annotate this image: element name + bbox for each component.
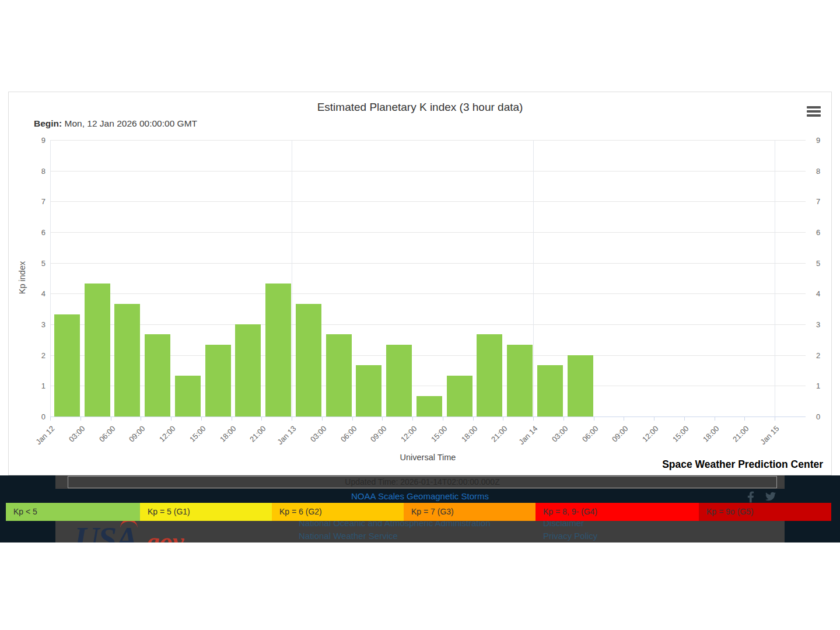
hamburger-bar <box>807 106 821 108</box>
x-axis-tick <box>503 417 503 421</box>
x-axis-tick <box>201 417 202 421</box>
x-axis-tick <box>382 417 383 421</box>
x-axis-line <box>50 416 806 417</box>
kp-bar <box>114 304 140 416</box>
y-axis-title: Kp index <box>18 139 27 416</box>
y-axis-label-right: 7 <box>816 198 820 205</box>
chart-title: Estimated Planetary K index (3 hour data… <box>9 101 831 114</box>
hamburger-bar <box>807 114 821 117</box>
y-axis-label-left: 2 <box>22 352 46 359</box>
hamburger-bar <box>807 110 821 113</box>
kp-bar <box>175 376 201 416</box>
day-gridline <box>50 140 51 416</box>
kp-bar <box>265 284 291 416</box>
begin-value: Mon, 12 Jan 2026 00:00:00 GMT <box>65 118 197 128</box>
kp-bar <box>568 355 593 416</box>
x-axis-tick <box>352 417 353 421</box>
x-axis-tick <box>50 417 51 421</box>
y-axis-label-left: 9 <box>22 136 46 144</box>
x-axis-tick <box>141 417 141 421</box>
y-axis-label-right: 1 <box>816 382 820 390</box>
noaa-scales-link[interactable]: NOAA Scales Geomagnetic Storms <box>351 491 489 501</box>
usa-gov-logo-gov: .gov <box>141 527 184 542</box>
y-axis-label-right: 2 <box>816 352 820 359</box>
footer-link-privacy[interactable]: Privacy Policy <box>543 531 597 541</box>
usa-gov-logo[interactable]: USA.gov <box>75 522 184 542</box>
y-axis-label-left: 0 <box>22 413 46 421</box>
kp-bar <box>326 334 352 416</box>
kp-bar <box>235 324 261 416</box>
updated-time: Updated Time: 2026-01-14T02:00:00.000Z <box>68 476 777 488</box>
kp-bar <box>537 365 563 416</box>
y-axis-label-right: 3 <box>816 321 820 328</box>
kp-legend-segment: Kp = 5 (G1) <box>140 503 272 521</box>
kp-bar <box>477 334 502 416</box>
kp-bar <box>356 365 382 416</box>
y-gridline <box>50 293 806 294</box>
y-axis-label-left: 8 <box>22 167 46 175</box>
x-axis-tick <box>564 417 564 421</box>
x-axis-tick <box>684 417 685 421</box>
x-axis-tick <box>322 417 323 421</box>
y-axis-label-right: 6 <box>816 229 820 236</box>
plot-area: 00112233445566778899Jan 1203:0006:0009:0… <box>50 140 806 416</box>
y-gridline <box>50 324 806 325</box>
kp-index-chart-panel: Estimated Planetary K index (3 hour data… <box>8 92 832 475</box>
x-axis-tick <box>775 417 775 421</box>
x-axis-tick <box>232 417 232 421</box>
x-axis-tick <box>171 417 172 421</box>
x-axis-tick <box>111 417 111 421</box>
x-axis-tick <box>443 417 443 421</box>
begin-timestamp: Begin: Mon, 12 Jan 2026 00:00:00 GMT <box>34 118 197 129</box>
kp-legend-segment: Kp = 7 (G3) <box>404 503 536 521</box>
kp-bar <box>85 284 110 416</box>
y-axis-label-right: 8 <box>816 167 820 175</box>
y-gridline <box>50 171 806 172</box>
x-axis-tick <box>473 417 474 421</box>
y-axis-label-right: 5 <box>816 260 820 267</box>
begin-label: Begin: <box>34 118 62 128</box>
day-gridline <box>775 140 775 416</box>
y-axis-label-left: 4 <box>22 290 46 298</box>
y-axis-label-left: 3 <box>22 321 46 328</box>
y-axis-label-right: 9 <box>816 136 820 144</box>
y-axis-label-right: 4 <box>816 290 820 298</box>
x-axis-tick <box>533 417 534 421</box>
footer-link-nws[interactable]: National Weather Service <box>299 531 398 541</box>
kp-legend-segment: Kp = 6 (G2) <box>272 503 404 521</box>
x-axis-tick <box>594 417 594 421</box>
y-gridline <box>50 140 806 141</box>
y-axis-label-left: 6 <box>22 229 46 236</box>
day-gridline <box>292 140 292 416</box>
day-gridline <box>533 140 534 416</box>
y-axis-label-left: 7 <box>22 198 46 205</box>
kp-legend-segment: Kp = 8, 9- (G4) <box>536 503 699 521</box>
x-axis-tick <box>261 417 262 421</box>
scales-row: NOAA Scales Geomagnetic Storms <box>0 489 840 503</box>
hamburger-menu-icon[interactable] <box>807 106 821 117</box>
page: Estimated Planetary K index (3 hour data… <box>0 0 840 630</box>
kp-bar <box>447 376 473 416</box>
x-axis-tick <box>80 417 81 421</box>
kp-legend-segment: Kp = 9o (G5) <box>699 503 831 521</box>
y-gridline <box>50 263 806 264</box>
kp-bar <box>416 396 442 416</box>
x-axis-tick <box>624 417 624 421</box>
kp-bar <box>205 345 231 416</box>
x-axis-tick <box>715 417 715 421</box>
x-axis-tick <box>654 417 654 421</box>
y-axis-label-left: 5 <box>22 260 46 267</box>
kp-bar <box>296 304 321 416</box>
kp-bar <box>145 334 170 416</box>
x-axis-tick <box>292 417 292 421</box>
x-axis-tick <box>744 417 745 421</box>
y-axis-label-left: 1 <box>22 382 46 390</box>
y-axis-label-right: 0 <box>816 413 820 421</box>
kp-bar <box>54 314 80 416</box>
kp-legend-segment: Kp < 5 <box>6 503 140 521</box>
y-gridline <box>50 201 806 202</box>
twitter-icon[interactable] <box>764 491 777 504</box>
kp-bar <box>507 345 533 416</box>
kp-bar <box>386 345 412 416</box>
y-gridline <box>50 232 806 233</box>
